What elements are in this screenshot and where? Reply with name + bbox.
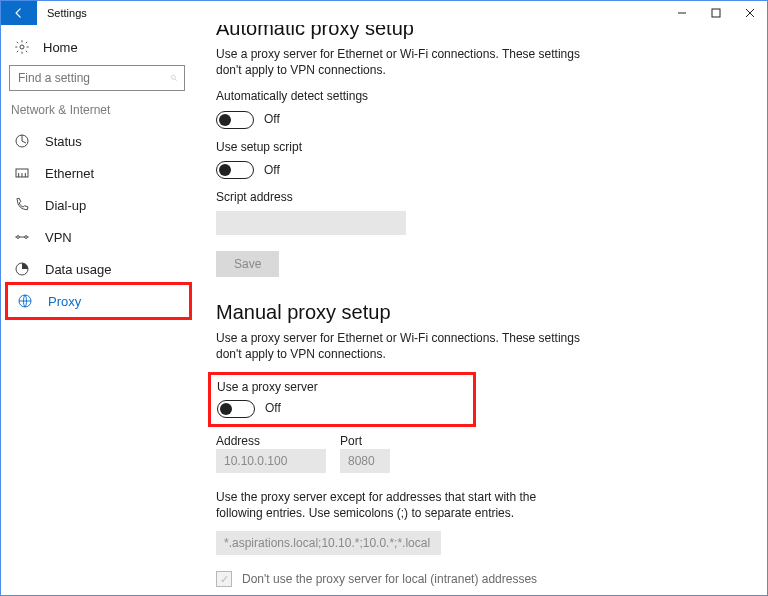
port-label: Port bbox=[340, 433, 390, 449]
sidebar-item-dialup[interactable]: Dial-up bbox=[9, 189, 188, 221]
except-input bbox=[216, 531, 441, 555]
sidebar-item-proxy[interactable]: Proxy bbox=[12, 285, 185, 317]
svg-point-1 bbox=[20, 45, 24, 49]
auto-detect-toggle[interactable] bbox=[216, 111, 254, 129]
sidebar: Home Network & Internet Status Ethernet bbox=[1, 25, 196, 595]
search-icon bbox=[170, 71, 178, 85]
auto-detect-state: Off bbox=[264, 111, 280, 127]
sidebar-item-label: VPN bbox=[45, 230, 72, 245]
content-pane: Automatic proxy setup Use a proxy server… bbox=[196, 25, 767, 595]
sidebar-item-vpn[interactable]: VPN bbox=[9, 221, 188, 253]
use-script-label: Use setup script bbox=[216, 139, 747, 155]
auto-save-button: Save bbox=[216, 251, 279, 277]
data-usage-icon bbox=[13, 261, 31, 277]
globe-icon bbox=[16, 293, 34, 309]
sidebar-item-label: Proxy bbox=[48, 294, 81, 309]
sidebar-item-label: Dial-up bbox=[45, 198, 86, 213]
bypass-local-checkbox: ✓ bbox=[216, 571, 232, 587]
gear-icon bbox=[13, 39, 31, 55]
use-proxy-state: Off bbox=[265, 400, 281, 416]
close-icon bbox=[745, 8, 755, 18]
phone-icon bbox=[13, 197, 31, 213]
back-button[interactable] bbox=[1, 1, 37, 25]
minimize-icon bbox=[677, 8, 687, 18]
auto-detect-label: Automatically detect settings bbox=[216, 88, 747, 104]
arrow-left-icon bbox=[12, 6, 26, 20]
sidebar-item-label: Status bbox=[45, 134, 82, 149]
svg-point-6 bbox=[25, 236, 28, 239]
svg-point-2 bbox=[171, 75, 175, 79]
sidebar-item-ethernet[interactable]: Ethernet bbox=[9, 157, 188, 189]
highlight-use-proxy: Use a proxy server Off bbox=[208, 372, 476, 426]
use-script-toggle[interactable] bbox=[216, 161, 254, 179]
section-heading-auto: Automatic proxy setup bbox=[216, 25, 747, 40]
sidebar-section-label: Network & Internet bbox=[9, 103, 188, 125]
use-proxy-toggle[interactable] bbox=[217, 400, 255, 418]
bypass-local-label: Don't use the proxy server for local (in… bbox=[242, 571, 537, 587]
maximize-button[interactable] bbox=[699, 1, 733, 25]
maximize-icon bbox=[711, 8, 721, 18]
script-address-label: Script address bbox=[216, 189, 747, 205]
sidebar-item-status[interactable]: Status bbox=[9, 125, 188, 157]
close-button[interactable] bbox=[733, 1, 767, 25]
minimize-button[interactable] bbox=[665, 1, 699, 25]
manual-desc: Use a proxy server for Ethernet or Wi-Fi… bbox=[216, 330, 586, 362]
svg-point-5 bbox=[17, 236, 20, 239]
vpn-icon bbox=[13, 229, 31, 245]
highlight-proxy-nav: Proxy bbox=[5, 282, 192, 320]
use-proxy-label: Use a proxy server bbox=[217, 379, 467, 395]
ethernet-icon bbox=[13, 165, 31, 181]
auto-desc: Use a proxy server for Ethernet or Wi-Fi… bbox=[216, 46, 586, 78]
sidebar-home-label: Home bbox=[43, 40, 78, 55]
status-icon bbox=[13, 133, 31, 149]
script-address-input bbox=[216, 211, 406, 235]
sidebar-item-label: Ethernet bbox=[45, 166, 94, 181]
search-field[interactable] bbox=[16, 70, 170, 86]
address-label: Address bbox=[216, 433, 326, 449]
window-title: Settings bbox=[37, 1, 97, 25]
svg-rect-0 bbox=[712, 9, 720, 17]
port-input bbox=[340, 449, 390, 473]
sidebar-item-data-usage[interactable]: Data usage bbox=[9, 253, 188, 285]
use-script-state: Off bbox=[264, 162, 280, 178]
section-heading-manual: Manual proxy setup bbox=[216, 301, 747, 324]
sidebar-item-label: Data usage bbox=[45, 262, 112, 277]
sidebar-home[interactable]: Home bbox=[9, 35, 188, 65]
except-desc: Use the proxy server except for addresse… bbox=[216, 489, 576, 521]
search-input[interactable] bbox=[9, 65, 185, 91]
address-input bbox=[216, 449, 326, 473]
